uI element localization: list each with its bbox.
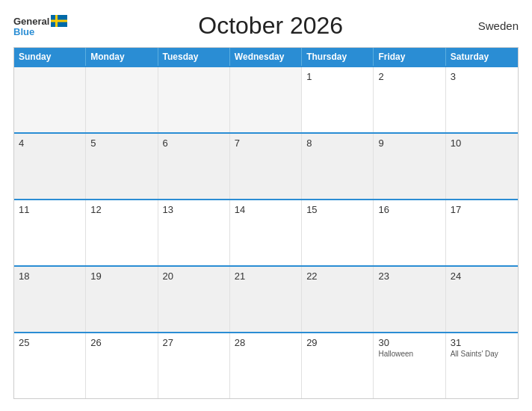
logo-blue-text: Blue xyxy=(13,27,34,37)
day-number: 24 xyxy=(451,271,513,282)
cell-oct-28: 28 xyxy=(230,333,302,398)
calendar-title: October 2026 xyxy=(67,12,474,40)
header-wednesday: Wednesday xyxy=(230,48,302,66)
day-number: 16 xyxy=(378,204,440,215)
calendar-page: General Blue October 2026 Sweden Sunday … xyxy=(0,0,532,411)
logo: General Blue xyxy=(13,15,67,37)
header-thursday: Thursday xyxy=(302,48,374,66)
day-number: 30 xyxy=(378,337,440,348)
weekday-header-row: Sunday Monday Tuesday Wednesday Thursday… xyxy=(14,48,518,66)
week-1: 1 2 3 xyxy=(14,66,518,132)
cell-oct-10: 10 xyxy=(446,134,518,199)
cell-oct-26: 26 xyxy=(86,333,158,398)
day-number: 20 xyxy=(163,271,225,282)
cell-oct-29: 29 xyxy=(302,333,374,398)
week-2: 4 5 6 7 8 9 10 xyxy=(14,132,518,199)
day-number: 12 xyxy=(90,204,152,215)
calendar-header: General Blue October 2026 Sweden xyxy=(13,12,519,40)
cell-oct-6: 6 xyxy=(158,134,230,199)
day-number: 19 xyxy=(90,271,152,282)
header-friday: Friday xyxy=(374,48,445,66)
day-number: 29 xyxy=(306,337,368,348)
day-number: 26 xyxy=(90,337,152,348)
cell-oct-30: 30 Halloween xyxy=(374,333,445,398)
day-number: 4 xyxy=(19,137,81,149)
day-number: 11 xyxy=(19,204,81,215)
cell-oct-25: 25 xyxy=(14,333,86,398)
day-number: 3 xyxy=(451,71,513,82)
cell-oct-13: 13 xyxy=(158,200,230,265)
all-saints-event: All Saints' Day xyxy=(451,350,513,358)
day-number: 9 xyxy=(378,137,440,149)
cell-oct-24: 24 xyxy=(446,267,518,332)
country-label: Sweden xyxy=(474,19,519,32)
cell-oct-19: 19 xyxy=(86,267,158,332)
header-tuesday: Tuesday xyxy=(158,48,230,66)
day-number: 7 xyxy=(235,137,297,149)
cell-w1-wed xyxy=(230,67,302,132)
calendar-grid: Sunday Monday Tuesday Wednesday Thursday… xyxy=(13,47,519,399)
cell-oct-2: 2 xyxy=(374,67,445,132)
logo-flag-icon xyxy=(51,15,67,27)
week-5: 25 26 27 28 29 30 Halloween xyxy=(14,332,518,398)
day-number: 10 xyxy=(451,137,513,149)
day-number: 28 xyxy=(235,337,297,348)
cell-oct-3: 3 xyxy=(446,67,518,132)
day-number: 13 xyxy=(163,204,225,215)
day-number: 8 xyxy=(306,137,368,149)
day-number: 18 xyxy=(19,271,81,282)
week-4: 18 19 20 21 22 23 24 xyxy=(14,265,518,332)
cell-oct-21: 21 xyxy=(230,267,302,332)
day-number: 2 xyxy=(378,71,440,82)
cell-w1-sun xyxy=(14,67,86,132)
week-3: 11 12 13 14 15 16 17 xyxy=(14,199,518,265)
day-number: 6 xyxy=(163,137,225,149)
cell-w1-mon xyxy=(86,67,158,132)
day-number: 27 xyxy=(163,337,225,348)
day-number: 5 xyxy=(90,137,152,149)
cell-oct-23: 23 xyxy=(374,267,445,332)
cell-oct-12: 12 xyxy=(86,200,158,265)
cell-oct-14: 14 xyxy=(230,200,302,265)
day-number: 14 xyxy=(235,204,297,215)
day-number: 17 xyxy=(451,204,513,215)
cell-oct-15: 15 xyxy=(302,200,374,265)
cell-oct-17: 17 xyxy=(446,200,518,265)
day-number: 1 xyxy=(306,71,368,82)
day-number: 15 xyxy=(306,204,368,215)
halloween-event: Halloween xyxy=(378,350,440,358)
cell-oct-20: 20 xyxy=(158,267,230,332)
day-number: 22 xyxy=(306,271,368,282)
cell-oct-8: 8 xyxy=(302,134,374,199)
cell-oct-27: 27 xyxy=(158,333,230,398)
cell-oct-5: 5 xyxy=(86,134,158,199)
cell-w1-tue xyxy=(158,67,230,132)
cell-oct-22: 22 xyxy=(302,267,374,332)
cell-oct-18: 18 xyxy=(14,267,86,332)
cell-oct-31: 31 All Saints' Day xyxy=(446,333,518,398)
cell-oct-1: 1 xyxy=(302,67,374,132)
header-saturday: Saturday xyxy=(446,48,518,66)
calendar-weeks: 1 2 3 4 5 6 xyxy=(14,66,518,398)
svg-rect-2 xyxy=(51,20,67,22)
logo-general-text: General xyxy=(13,16,49,26)
day-number: 23 xyxy=(378,271,440,282)
day-number: 25 xyxy=(19,337,81,348)
cell-oct-9: 9 xyxy=(374,134,445,199)
header-sunday: Sunday xyxy=(14,48,86,66)
day-number: 21 xyxy=(235,271,297,282)
cell-oct-7: 7 xyxy=(230,134,302,199)
cell-oct-4: 4 xyxy=(14,134,86,199)
header-monday: Monday xyxy=(86,48,158,66)
cell-oct-11: 11 xyxy=(14,200,86,265)
day-number: 31 xyxy=(451,337,513,348)
cell-oct-16: 16 xyxy=(374,200,445,265)
